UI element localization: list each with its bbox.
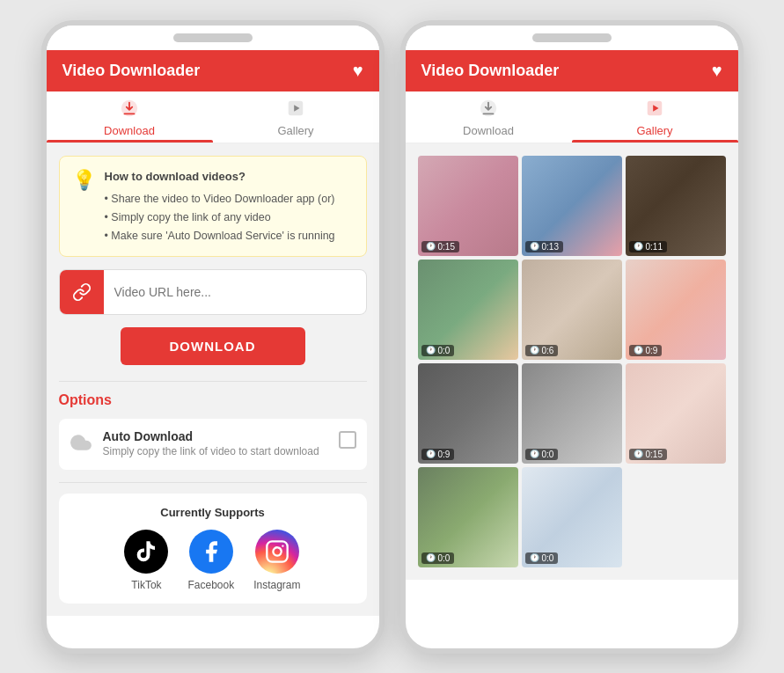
gallery-thumb-4[interactable]: 🕐 0:0 — [418, 260, 518, 360]
auto-download-title: Auto Download — [103, 429, 328, 443]
thumb-duration-3: 🕐 0:11 — [629, 241, 667, 252]
options-title: Options — [59, 392, 367, 408]
download-button[interactable]: DOWNLOAD — [121, 327, 305, 365]
phone-notch-left — [47, 26, 379, 50]
gallery-thumb-6[interactable]: 🕐 0:9 — [626, 260, 726, 360]
app-title-right: Video Downloader — [421, 62, 560, 80]
app-header-right: Video Downloader ♥ — [406, 50, 738, 91]
gallery-content: 🕐 0:15 🕐 0:13 🕐 0:11 — [406, 143, 738, 580]
clock-icon-10: 🕐 — [426, 553, 436, 562]
clock-icon-2: 🕐 — [530, 242, 539, 251]
gallery-thumb-2[interactable]: 🕐 0:13 — [522, 156, 622, 256]
support-instagram: Instagram — [253, 530, 300, 591]
clock-icon-6: 🕐 — [634, 346, 643, 355]
thumb-duration-10: 🕐 0:0 — [421, 552, 455, 564]
thumb-duration-8: 🕐 0:0 — [525, 449, 559, 460]
tab-download-right[interactable]: Download — [406, 91, 572, 143]
instagram-label: Instagram — [253, 579, 300, 591]
auto-download-text: Auto Download Simply copy the link of vi… — [103, 429, 328, 457]
left-content: 💡 How to download videos? • Share the vi… — [47, 143, 379, 617]
tiktok-icon — [124, 530, 168, 574]
thumb-duration-11: 🕐 0:0 — [525, 552, 559, 564]
info-step-3: • Make sure 'Auto Download Service' is r… — [105, 227, 335, 245]
clock-icon-7: 🕐 — [426, 450, 436, 458]
notch-bar — [173, 33, 253, 42]
support-tiktok: TikTok — [124, 530, 168, 591]
phone-notch-right — [406, 26, 738, 50]
auto-download-desc: Simply copy the link of video to start d… — [103, 445, 328, 457]
heart-icon-right[interactable]: ♥ — [712, 61, 722, 81]
clock-icon-3: 🕐 — [634, 242, 643, 251]
gallery-thumb-8[interactable]: 🕐 0:0 — [522, 363, 622, 464]
app-header-left: Video Downloader ♥ — [47, 50, 379, 91]
gallery-thumb-7[interactable]: 🕐 0:9 — [418, 363, 518, 464]
download-tab-icon-right — [479, 99, 498, 122]
url-input-row — [59, 269, 367, 315]
url-link-button[interactable] — [60, 270, 104, 314]
gallery-thumb-11[interactable]: 🕐 0:0 — [522, 467, 622, 567]
app-wrapper: Video Downloader ♥ Download — [24, 3, 761, 671]
clock-icon-11: 🕐 — [530, 553, 539, 562]
info-step-1: • Share the video to Video Downloader ap… — [105, 190, 335, 208]
gallery-tab-icon-right — [645, 99, 664, 122]
bulb-icon: 💡 — [72, 169, 96, 246]
thumb-duration-1: 🕐 0:15 — [421, 241, 459, 252]
facebook-icon — [189, 530, 233, 574]
notch-bar-right — [532, 33, 612, 42]
tab-download-left[interactable]: Download — [47, 91, 213, 143]
tab-download-label-right: Download — [463, 124, 514, 137]
url-input[interactable] — [104, 285, 366, 299]
info-text: How to download videos? • Share the vide… — [105, 167, 335, 246]
right-phone: Video Downloader ♥ Download — [400, 20, 744, 654]
clock-icon-9: 🕐 — [634, 450, 643, 458]
gallery-grid: 🕐 0:15 🕐 0:13 🕐 0:11 — [418, 156, 726, 567]
thumb-duration-6: 🕐 0:9 — [629, 345, 663, 356]
facebook-label: Facebook — [187, 579, 234, 591]
tiktok-label: TikTok — [131, 579, 161, 591]
download-tab-icon-left — [120, 99, 139, 122]
clock-icon-5: 🕐 — [530, 346, 539, 355]
gallery-tab-icon-left — [286, 99, 305, 122]
app-title-left: Video Downloader — [62, 62, 201, 80]
tab-gallery-right[interactable]: Gallery — [572, 91, 738, 143]
tabs-left: Download Gallery — [47, 91, 379, 143]
thumb-duration-2: 🕐 0:13 — [525, 241, 563, 252]
info-title: How to download videos? — [105, 167, 335, 187]
support-facebook: Facebook — [187, 530, 234, 591]
heart-icon-left[interactable]: ♥ — [353, 61, 363, 81]
gallery-thumb-5[interactable]: 🕐 0:6 — [522, 260, 622, 360]
divider-1 — [59, 381, 367, 382]
gallery-thumb-10[interactable]: 🕐 0:0 — [418, 467, 518, 567]
supports-icons: TikTok Facebook — [68, 530, 358, 591]
divider-2 — [59, 482, 367, 483]
supports-title: Currently Supports — [68, 506, 358, 519]
cloud-icon — [70, 431, 92, 459]
clock-icon-1: 🕐 — [426, 242, 436, 251]
thumb-duration-5: 🕐 0:6 — [525, 345, 559, 356]
info-box: 💡 How to download videos? • Share the vi… — [59, 156, 367, 258]
tab-gallery-label-left: Gallery — [277, 124, 313, 137]
thumb-duration-9: 🕐 0:15 — [629, 449, 667, 460]
left-phone: Video Downloader ♥ Download — [41, 20, 385, 654]
gallery-thumb-3[interactable]: 🕐 0:11 — [626, 156, 726, 256]
info-step-2: • Simply copy the link of any video — [105, 208, 335, 227]
thumb-duration-4: 🕐 0:0 — [421, 345, 455, 356]
clock-icon-4: 🕐 — [426, 346, 436, 355]
svg-rect-3 — [267, 542, 287, 562]
gallery-thumb-1[interactable]: 🕐 0:15 — [418, 156, 518, 256]
instagram-icon — [255, 530, 299, 574]
gallery-thumb-9[interactable]: 🕐 0:15 — [626, 363, 726, 464]
tab-gallery-left[interactable]: Gallery — [213, 91, 379, 143]
tab-download-label-left: Download — [104, 124, 155, 137]
thumb-duration-7: 🕐 0:9 — [421, 449, 455, 460]
auto-download-option: Auto Download Simply copy the link of vi… — [59, 419, 367, 470]
tabs-right: Download Gallery — [406, 91, 738, 143]
supports-box: Currently Supports TikTok — [59, 494, 367, 604]
auto-download-checkbox[interactable] — [339, 431, 356, 449]
tab-gallery-label-right: Gallery — [636, 124, 672, 137]
clock-icon-8: 🕐 — [530, 450, 539, 458]
